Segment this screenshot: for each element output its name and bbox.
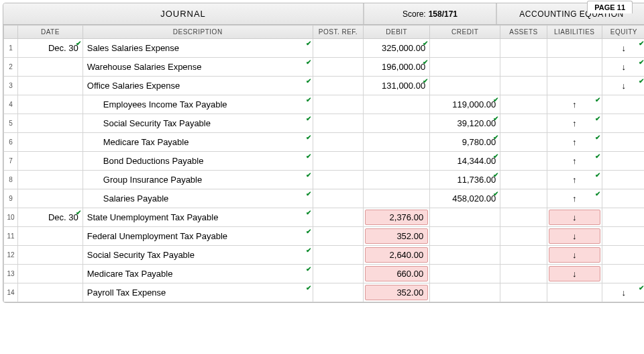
postref-cell[interactable]: [313, 189, 364, 208]
equity-cell[interactable]: ↓✔: [602, 77, 644, 95]
debit-cell[interactable]: 352.00: [364, 283, 430, 302]
equity-cell[interactable]: [602, 208, 644, 227]
date-cell[interactable]: Dec. 30✔: [18, 208, 83, 227]
equity-cell[interactable]: ↓✔: [602, 283, 644, 302]
description-cell[interactable]: Office Salaries Expense✔: [83, 77, 313, 95]
date-cell[interactable]: [18, 77, 83, 95]
assets-cell[interactable]: [500, 152, 547, 171]
liabilities-cell[interactable]: ↑✔: [547, 95, 602, 114]
credit-cell[interactable]: 14,344.00✔: [430, 152, 500, 171]
postref-cell[interactable]: [313, 39, 364, 58]
assets-cell[interactable]: [500, 246, 547, 265]
liabilities-cell[interactable]: ↑✔: [547, 171, 602, 189]
credit-cell[interactable]: [430, 283, 500, 302]
liabilities-cell[interactable]: ↑✔: [547, 189, 602, 208]
liabilities-cell[interactable]: ↓: [547, 265, 602, 283]
postref-cell[interactable]: [313, 77, 364, 95]
date-cell[interactable]: [18, 133, 83, 152]
date-cell[interactable]: [18, 246, 83, 265]
date-cell[interactable]: [18, 227, 83, 246]
liabilities-cell[interactable]: ↑✔: [547, 133, 602, 152]
postref-cell[interactable]: [313, 114, 364, 133]
credit-cell[interactable]: 9,780.00✔: [430, 133, 500, 152]
credit-cell[interactable]: [430, 77, 500, 95]
description-cell[interactable]: Sales Salaries Expense✔: [83, 39, 313, 58]
postref-cell[interactable]: [313, 58, 364, 77]
description-cell[interactable]: Employees Income Tax Payable✔: [83, 95, 313, 114]
liabilities-cell[interactable]: [547, 39, 602, 58]
liabilities-cell[interactable]: [547, 283, 602, 302]
equity-cell[interactable]: [602, 152, 644, 171]
equity-cell[interactable]: ↓✔: [602, 39, 644, 58]
postref-cell[interactable]: [313, 283, 364, 302]
assets-cell[interactable]: [500, 227, 547, 246]
description-cell[interactable]: State Unemployment Tax Payable✔: [83, 208, 313, 227]
debit-cell[interactable]: 196,000.00✔: [364, 58, 430, 77]
credit-cell[interactable]: [430, 208, 500, 227]
equity-cell[interactable]: [602, 133, 644, 152]
liabilities-cell[interactable]: ↓: [547, 208, 602, 227]
debit-cell[interactable]: [364, 152, 430, 171]
assets-cell[interactable]: [500, 114, 547, 133]
equity-cell[interactable]: [602, 171, 644, 189]
description-cell[interactable]: Group Insurance Payable✔: [83, 171, 313, 189]
postref-cell[interactable]: [313, 171, 364, 189]
debit-cell[interactable]: [364, 114, 430, 133]
equity-cell[interactable]: [602, 265, 644, 283]
debit-cell[interactable]: 352.00: [364, 227, 430, 246]
description-cell[interactable]: Medicare Tax Payable✔: [83, 265, 313, 283]
date-cell[interactable]: [18, 58, 83, 77]
assets-cell[interactable]: [500, 77, 547, 95]
equity-cell[interactable]: [602, 114, 644, 133]
postref-cell[interactable]: [313, 265, 364, 283]
liabilities-cell[interactable]: [547, 58, 602, 77]
credit-cell[interactable]: 458,020.00✔: [430, 189, 500, 208]
debit-cell[interactable]: [364, 171, 430, 189]
debit-cell[interactable]: 2,376.00: [364, 208, 430, 227]
date-cell[interactable]: [18, 189, 83, 208]
assets-cell[interactable]: [500, 283, 547, 302]
postref-cell[interactable]: [313, 152, 364, 171]
date-cell[interactable]: Dec. 30✔: [18, 39, 83, 58]
debit-cell[interactable]: [364, 95, 430, 114]
postref-cell[interactable]: [313, 246, 364, 265]
description-cell[interactable]: Federal Unemployment Tax Payable✔: [83, 227, 313, 246]
debit-cell[interactable]: 2,640.00: [364, 246, 430, 265]
equity-cell[interactable]: [602, 227, 644, 246]
equity-cell[interactable]: ↓✔: [602, 58, 644, 77]
postref-cell[interactable]: [313, 227, 364, 246]
assets-cell[interactable]: [500, 265, 547, 283]
credit-cell[interactable]: [430, 246, 500, 265]
assets-cell[interactable]: [500, 39, 547, 58]
description-cell[interactable]: Warehouse Salaries Expense✔: [83, 58, 313, 77]
credit-cell[interactable]: 39,120.00✔: [430, 114, 500, 133]
debit-cell[interactable]: 325,000.00✔: [364, 39, 430, 58]
credit-cell[interactable]: 119,000.00✔: [430, 95, 500, 114]
credit-cell[interactable]: [430, 265, 500, 283]
assets-cell[interactable]: [500, 133, 547, 152]
equity-cell[interactable]: [602, 189, 644, 208]
postref-cell[interactable]: [313, 95, 364, 114]
liabilities-cell[interactable]: ↑✔: [547, 152, 602, 171]
postref-cell[interactable]: [313, 133, 364, 152]
liabilities-cell[interactable]: ↑✔: [547, 114, 602, 133]
postref-cell[interactable]: [313, 208, 364, 227]
liabilities-cell[interactable]: [547, 77, 602, 95]
liabilities-cell[interactable]: ↓: [547, 227, 602, 246]
date-cell[interactable]: [18, 95, 83, 114]
date-cell[interactable]: [18, 114, 83, 133]
description-cell[interactable]: Social Security Tax Payable✔: [83, 246, 313, 265]
assets-cell[interactable]: [500, 58, 547, 77]
assets-cell[interactable]: [500, 95, 547, 114]
credit-cell[interactable]: [430, 39, 500, 58]
equity-cell[interactable]: [602, 95, 644, 114]
credit-cell[interactable]: [430, 58, 500, 77]
description-cell[interactable]: Bond Deductions Payable✔: [83, 152, 313, 171]
debit-cell[interactable]: [364, 133, 430, 152]
description-cell[interactable]: Medicare Tax Payable✔: [83, 133, 313, 152]
debit-cell[interactable]: 660.00: [364, 265, 430, 283]
assets-cell[interactable]: [500, 208, 547, 227]
date-cell[interactable]: [18, 265, 83, 283]
date-cell[interactable]: [18, 152, 83, 171]
date-cell[interactable]: [18, 171, 83, 189]
